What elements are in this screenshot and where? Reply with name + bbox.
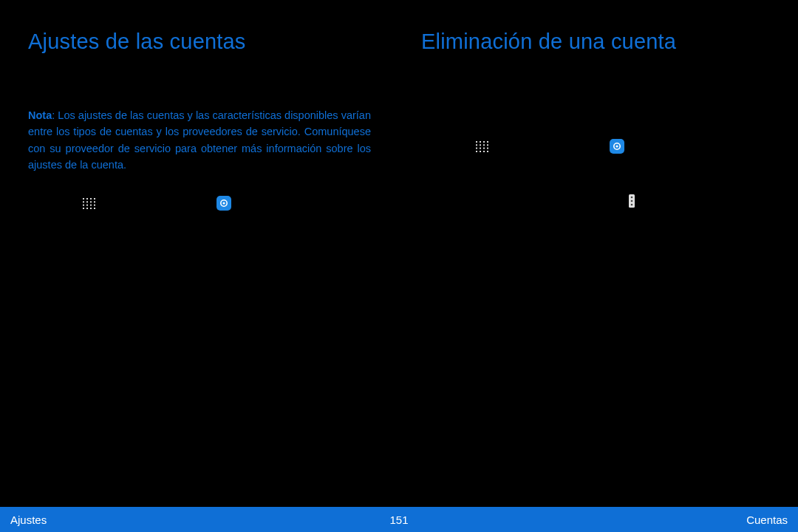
svg-rect-22: [487, 141, 488, 143]
step-text: Pulse en la cuenta y después pulse en: [440, 195, 627, 207]
step-text: > [Tipo de cuenta].: [528, 168, 619, 180]
step-text: Desde: [440, 141, 471, 153]
step-text: >: [711, 195, 723, 207]
settings-label: Ajustes: [236, 198, 274, 210]
step-number: 1.: [28, 196, 40, 212]
svg-rect-1: [86, 198, 88, 200]
svg-rect-9: [86, 204, 88, 205]
step-text: Pulse en: [47, 225, 92, 236]
step-number: 2.: [28, 222, 40, 239]
svg-point-41: [631, 204, 633, 206]
svg-rect-14: [90, 208, 92, 209]
bullet-mark: •: [38, 250, 44, 266]
svg-rect-23: [476, 145, 477, 146]
footer-left: Ajustes: [10, 514, 47, 526]
bullet-2: • Pulse en otras opciones disponibles pa…: [38, 276, 371, 293]
svg-rect-27: [476, 148, 477, 149]
svg-rect-11: [94, 204, 95, 205]
step-number: 1.: [421, 139, 433, 155]
step-2: 2. Pulse en Cuentas > [Tipo de cuenta].: [28, 222, 371, 239]
svg-rect-2: [90, 198, 92, 200]
svg-rect-28: [480, 148, 481, 149]
svg-point-40: [631, 200, 633, 202]
svg-rect-32: [480, 151, 481, 152]
bullet-text: cuenta.: [282, 252, 320, 264]
svg-rect-33: [483, 151, 485, 152]
apps-label: Aplicaciones: [493, 141, 559, 153]
step-text: Pulse en: [440, 168, 485, 180]
bullet-mark: •: [38, 276, 44, 293]
svg-rect-13: [86, 208, 88, 209]
apps-grid-icon: [476, 141, 488, 152]
note-label: Nota: [28, 109, 52, 121]
apps-grid-icon: [83, 198, 95, 209]
left-column: Ajustes de las cuentas Configure ajustes…: [0, 0, 399, 488]
apps-label: Aplicaciones: [100, 198, 166, 210]
bullet-text: esa: [264, 252, 281, 264]
intro-text: Configure ajustes comunes para todas las…: [28, 75, 371, 91]
svg-rect-15: [94, 208, 95, 209]
svg-rect-25: [483, 145, 485, 146]
svg-rect-29: [483, 148, 485, 149]
step-text: , pulse en: [166, 198, 212, 210]
step-number: 2.: [421, 166, 433, 183]
bullet-text: Pulse en otras opciones disponibles para…: [50, 276, 330, 293]
note-body: Los ajustes de las cuentas y las caracte…: [28, 109, 371, 171]
right-column: Eliminación de una cuenta Puede eliminar…: [399, 0, 798, 488]
settings-label: Ajustes: [629, 141, 667, 153]
svg-rect-26: [487, 145, 488, 146]
step-3: 3. Pulse en la cuenta y después pulse en…: [421, 193, 767, 226]
svg-rect-20: [480, 141, 481, 143]
svg-rect-6: [90, 201, 92, 202]
bullet-text: Pulse en una cuenta para fijar los ajust…: [50, 252, 264, 264]
more-options-icon: [628, 194, 635, 208]
step-2: 2. Pulse en Cuentas > [Tipo de cuenta].: [421, 166, 767, 183]
svg-rect-7: [94, 201, 95, 202]
svg-rect-19: [476, 141, 477, 143]
svg-rect-10: [90, 204, 92, 205]
footer-right: Cuentas: [746, 514, 788, 526]
accounts-label: Cuentas: [485, 168, 527, 180]
step-text: > [Tipo de cuenta].: [134, 225, 226, 236]
footer-bar: Ajustes 151 Cuentas: [0, 507, 798, 532]
svg-rect-0: [83, 198, 84, 200]
svg-rect-21: [483, 141, 485, 143]
svg-rect-34: [487, 151, 488, 152]
svg-rect-24: [480, 145, 481, 146]
svg-rect-30: [487, 148, 488, 149]
bullet-1: • Pulse en una cuenta para fijar los aju…: [38, 250, 371, 266]
gear-icon: [216, 196, 231, 211]
step-number: 3.: [421, 193, 433, 209]
step-1: 1. Desde Aplicaciones, pulse en Ajustes.: [28, 196, 371, 212]
svg-rect-3: [94, 198, 95, 200]
accounts-label: Cuentas: [92, 225, 134, 236]
more-options-label: Más opciones: [640, 195, 711, 207]
step-text: .: [275, 198, 278, 210]
section-heading-ajustes: Ajustes de las cuentas: [28, 30, 371, 54]
svg-point-37: [616, 146, 618, 148]
note-block: Nota: Los ajustes de las cuentas y las c…: [28, 107, 371, 174]
section-heading-eliminacion: Eliminación de una cuenta: [421, 30, 767, 54]
svg-rect-8: [83, 204, 84, 205]
intro-text: Puede eliminar cuentas del dispositivo. …: [421, 75, 767, 123]
svg-rect-4: [83, 201, 84, 202]
step-text: .: [668, 141, 671, 153]
svg-point-18: [223, 202, 225, 204]
page-number: 151: [389, 514, 408, 526]
svg-rect-31: [476, 151, 477, 152]
step-text: .: [475, 212, 478, 224]
step-text: Desde: [47, 198, 78, 210]
step-1: 1. Desde Aplicaciones, pulse en Ajustes.: [421, 139, 767, 155]
svg-rect-12: [83, 208, 84, 209]
svg-point-39: [631, 197, 633, 199]
gear-icon: [610, 139, 624, 154]
svg-rect-5: [86, 201, 88, 202]
step-text: , pulse en: [559, 141, 605, 153]
